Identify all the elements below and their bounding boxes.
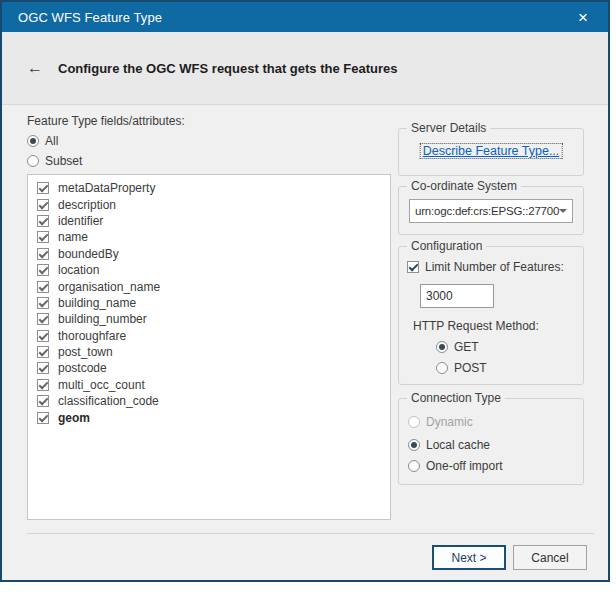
field-label: organisation_name (58, 280, 160, 294)
field-row[interactable]: location (28, 262, 390, 278)
field-checkbox[interactable] (37, 330, 49, 342)
radio-one-off-import-icon[interactable] (408, 460, 420, 472)
field-checkbox[interactable] (37, 346, 49, 358)
limit-features-input[interactable] (420, 284, 494, 308)
server-details-group: Server Details Describe Feature Type... (398, 128, 584, 176)
radio-local-cache[interactable]: Local cache (408, 438, 490, 452)
connection-type-group: Connection Type Dynamic Local cache One-… (398, 398, 584, 485)
field-row[interactable]: metaDataProperty (28, 180, 390, 196)
coordinate-system-group: Co-ordinate System urn:ogc:def:crs:EPSG:… (398, 186, 584, 235)
radio-dynamic-icon[interactable] (408, 416, 420, 428)
field-row[interactable]: organisation_name (28, 278, 390, 294)
field-checkbox[interactable] (37, 281, 49, 293)
radio-all-label: All (45, 134, 58, 148)
limit-features-label: Limit Number of Features: (425, 260, 564, 274)
next-button[interactable]: Next > (432, 545, 506, 570)
field-checkbox[interactable] (37, 264, 49, 276)
close-button[interactable]: × (570, 4, 596, 30)
http-request-method-label: HTTP Request Method: (413, 319, 539, 333)
field-row[interactable]: thoroughfare (28, 328, 390, 344)
limit-features-checkbox[interactable] (407, 261, 419, 273)
field-label: building_number (58, 312, 147, 326)
radio-local-cache-label: Local cache (426, 438, 490, 452)
field-label: thoroughfare (58, 329, 126, 343)
field-label: post_town (58, 345, 113, 359)
field-checkbox[interactable] (37, 182, 49, 194)
window-title: OGC WFS Feature Type (18, 10, 162, 25)
field-row[interactable]: building_name (28, 295, 390, 311)
limit-features-checkbox-row[interactable]: Limit Number of Features: (407, 260, 564, 274)
field-checkbox[interactable] (37, 379, 49, 391)
radio-one-off-import-label: One-off import (426, 459, 502, 473)
field-checkbox[interactable] (37, 297, 49, 309)
coordinate-system-title: Co-ordinate System (407, 179, 521, 193)
radio-all[interactable]: All (27, 134, 58, 148)
radio-get-icon[interactable] (436, 341, 448, 353)
field-label: building_name (58, 296, 136, 310)
radio-all-icon[interactable] (27, 135, 39, 147)
radio-post-label: POST (454, 361, 487, 375)
field-checkbox[interactable] (37, 231, 49, 243)
field-label: identifier (58, 214, 103, 228)
field-row[interactable]: name (28, 229, 390, 245)
field-row[interactable]: identifier (28, 213, 390, 229)
field-row[interactable]: building_number (28, 311, 390, 327)
field-list[interactable]: metaDataProperty description identifier … (27, 174, 391, 520)
radio-post[interactable]: POST (436, 361, 487, 375)
coordinate-system-dropdown[interactable]: urn:ogc:def:crs:EPSG::27700 (409, 199, 573, 223)
radio-dynamic[interactable]: Dynamic (408, 415, 473, 429)
back-button[interactable]: ← (25, 59, 45, 77)
field-checkbox[interactable] (37, 313, 49, 325)
field-label: postcode (58, 361, 107, 375)
radio-get-label: GET (454, 340, 479, 354)
field-label: name (58, 230, 88, 244)
field-row[interactable]: geom (28, 409, 390, 425)
radio-post-icon[interactable] (436, 362, 448, 374)
coordinate-system-value: urn:ogc:def:crs:EPSG::27700 (410, 205, 559, 217)
chevron-down-icon (559, 209, 567, 213)
radio-subset-icon[interactable] (27, 155, 39, 167)
configuration-group: Configuration Limit Number of Features: … (398, 246, 584, 385)
ogc-wfs-feature-type-dialog: OGC WFS Feature Type × ← Configure the O… (0, 0, 610, 582)
field-row[interactable]: classification_code (28, 393, 390, 409)
radio-subset-label: Subset (45, 154, 82, 168)
configuration-title: Configuration (407, 239, 486, 253)
close-icon: × (578, 9, 588, 26)
server-details-title: Server Details (407, 121, 490, 135)
radio-one-off-import[interactable]: One-off import (408, 459, 502, 473)
field-checkbox[interactable] (37, 215, 49, 227)
field-checkbox[interactable] (37, 199, 49, 211)
field-row[interactable]: multi_occ_count (28, 377, 390, 393)
fields-attributes-label: Feature Type fields/attributes: (27, 114, 185, 128)
field-label: multi_occ_count (58, 378, 145, 392)
radio-dynamic-label: Dynamic (426, 415, 473, 429)
field-checkbox[interactable] (37, 412, 49, 424)
field-label: metaDataProperty (58, 181, 155, 195)
window-titlebar[interactable]: OGC WFS Feature Type × (2, 2, 608, 32)
field-row[interactable]: boundedBy (28, 246, 390, 262)
radio-local-cache-icon[interactable] (408, 439, 420, 451)
radio-get[interactable]: GET (436, 340, 479, 354)
page-title: Configure the OGC WFS request that gets … (58, 61, 397, 76)
field-checkbox[interactable] (37, 362, 49, 374)
radio-subset[interactable]: Subset (27, 154, 82, 168)
field-label: geom (58, 411, 90, 425)
field-checkbox[interactable] (37, 248, 49, 260)
footer-separator (27, 533, 594, 534)
field-row[interactable]: description (28, 196, 390, 212)
cancel-button[interactable]: Cancel (513, 545, 587, 570)
field-label: boundedBy (58, 247, 119, 261)
field-row[interactable]: post_town (28, 344, 390, 360)
field-label: location (58, 263, 99, 277)
field-label: description (58, 198, 116, 212)
back-arrow-icon: ← (27, 59, 43, 76)
field-checkbox[interactable] (37, 395, 49, 407)
describe-feature-type-link[interactable]: Describe Feature Type... (421, 144, 562, 158)
field-label: classification_code (58, 394, 159, 408)
field-row[interactable]: postcode (28, 360, 390, 376)
connection-type-title: Connection Type (407, 391, 505, 405)
wizard-header: ← Configure the OGC WFS request that get… (2, 32, 608, 105)
